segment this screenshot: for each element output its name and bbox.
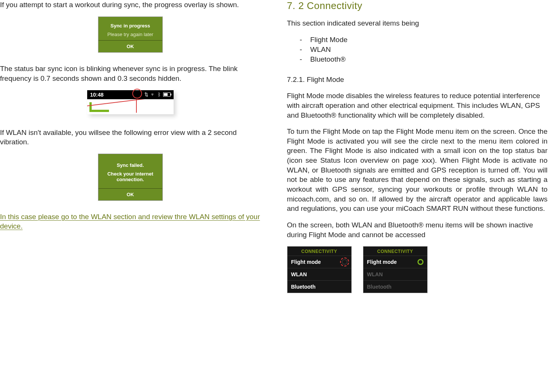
- flightmode-para1: Flight Mode mode disables the wireless f…: [287, 91, 548, 120]
- conn-item-flight-mode[interactable]: Flight mode: [287, 256, 351, 268]
- dialog1-title: Sync in progress: [101, 23, 159, 29]
- wlan-paragraph: If WLAN isn't available, you willsee the…: [0, 128, 261, 147]
- conn-item-wlan[interactable]: WLAN: [287, 268, 351, 280]
- battery-icon: [163, 92, 171, 97]
- flightmode-para3: On the screen, both WLAN and Bluetooth® …: [287, 220, 548, 239]
- accent-paragraph: In this case please go to the WLAN secti…: [0, 212, 261, 231]
- conn-item-label: Flight mode: [291, 259, 321, 265]
- intro-paragraph: If you attempt to start a workout during…: [0, 0, 261, 10]
- bullet-flight-mode: Flight Mode: [302, 35, 548, 45]
- statusbar-time: 10:48: [90, 92, 104, 98]
- dialog2-body: Check your internet connection.: [101, 171, 159, 182]
- section-intro: This section indicated several items bei…: [287, 18, 548, 28]
- conn-item-label: WLAN: [367, 271, 383, 277]
- dialog2-ok-button[interactable]: OK: [98, 188, 162, 200]
- connectivity-header: CONNECTIVITY: [287, 247, 351, 256]
- bullet-wlan: WLAN: [302, 45, 548, 54]
- statusbar-icons: ⇅ ᯤ ᛒ: [144, 92, 171, 97]
- conn-item-wlan-disabled: WLAN: [363, 268, 427, 280]
- dialog2-title: Sync failed.: [101, 162, 159, 168]
- section-heading: 7. 2 Connectivity: [287, 0, 548, 12]
- annotation-vertical: [136, 99, 137, 113]
- subsection-heading: 7.2.1. Flight Mode: [287, 75, 548, 85]
- status-paragraph: The status bar sync icon is blinking whe…: [0, 64, 261, 83]
- wifi-icon: ᯤ: [151, 92, 156, 97]
- bullet-list: Flight Mode WLAN Bluetooth®: [287, 35, 548, 64]
- dialog1-ok-button[interactable]: OK: [98, 40, 162, 52]
- conn-item-label: Bluetooth: [367, 284, 392, 290]
- conn-item-label: Flight mode: [367, 259, 397, 265]
- bluetooth-icon: ᛒ: [158, 92, 161, 97]
- connectivity-panel-off: CONNECTIVITY Flight mode WLAN Bluetooth: [287, 246, 352, 293]
- sync-icon: ⇅: [144, 92, 148, 97]
- sync-progress-dialog: Sync in progress Please try again later …: [98, 17, 163, 53]
- annotation-circle: [132, 89, 142, 98]
- conn-item-bluetooth[interactable]: Bluetooth: [287, 280, 351, 293]
- conn-item-label: WLAN: [291, 271, 307, 277]
- flight-mode-toggle-on[interactable]: [417, 259, 423, 265]
- bullet-bluetooth: Bluetooth®: [302, 54, 548, 64]
- dialog1-body: Please try again later: [101, 32, 159, 38]
- connectivity-header: CONNECTIVITY: [363, 247, 427, 256]
- conn-item-flight-mode[interactable]: Flight mode: [363, 256, 427, 268]
- flight-mode-toggle-off[interactable]: [342, 259, 348, 265]
- conn-item-label: Bluetooth: [291, 284, 316, 290]
- statusbar-figure: 10:48 ⇅ ᯤ ᛒ: [87, 90, 174, 114]
- sync-failed-dialog: Sync failed. Check your internet connect…: [98, 154, 163, 201]
- connectivity-panel-on: CONNECTIVITY Flight mode WLAN Bluetooth: [363, 246, 428, 293]
- flightmode-para2: To turn the Flight Mode on tap the Fligh…: [287, 127, 548, 213]
- conn-item-bluetooth-disabled: Bluetooth: [363, 280, 427, 293]
